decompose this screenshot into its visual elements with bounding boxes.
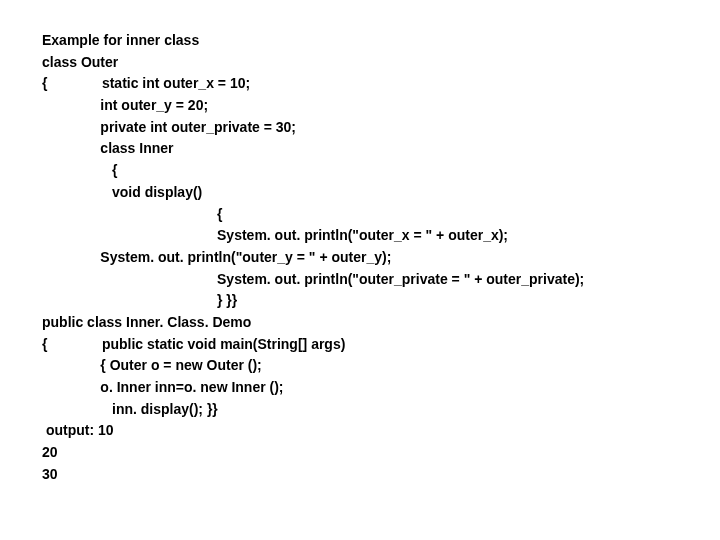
code-line: private int outer_private = 30; xyxy=(42,117,720,139)
code-line: class Outer xyxy=(42,52,720,74)
code-line: { xyxy=(42,160,720,182)
code-line: } }} xyxy=(42,290,720,312)
code-line: System. out. println("outer_private = " … xyxy=(42,269,720,291)
code-line: 20 xyxy=(42,442,720,464)
code-line: System. out. println("outer_x = " + oute… xyxy=(42,225,720,247)
code-line: void display() xyxy=(42,182,720,204)
code-slide: Example for inner classclass Outer{ stat… xyxy=(0,0,720,485)
code-line: { public static void main(String[] args) xyxy=(42,334,720,356)
code-line: int outer_y = 20; xyxy=(42,95,720,117)
code-line: Example for inner class xyxy=(42,30,720,52)
code-line: { static int outer_x = 10; xyxy=(42,73,720,95)
code-line: public class Inner. Class. Demo xyxy=(42,312,720,334)
code-line: output: 10 xyxy=(42,420,720,442)
code-line: inn. display(); }} xyxy=(42,399,720,421)
code-line: { xyxy=(42,204,720,226)
code-line: o. Inner inn=o. new Inner (); xyxy=(42,377,720,399)
code-line: class Inner xyxy=(42,138,720,160)
code-line: 30 xyxy=(42,464,720,486)
code-line: { Outer o = new Outer (); xyxy=(42,355,720,377)
code-line: System. out. println("outer_y = " + oute… xyxy=(42,247,720,269)
